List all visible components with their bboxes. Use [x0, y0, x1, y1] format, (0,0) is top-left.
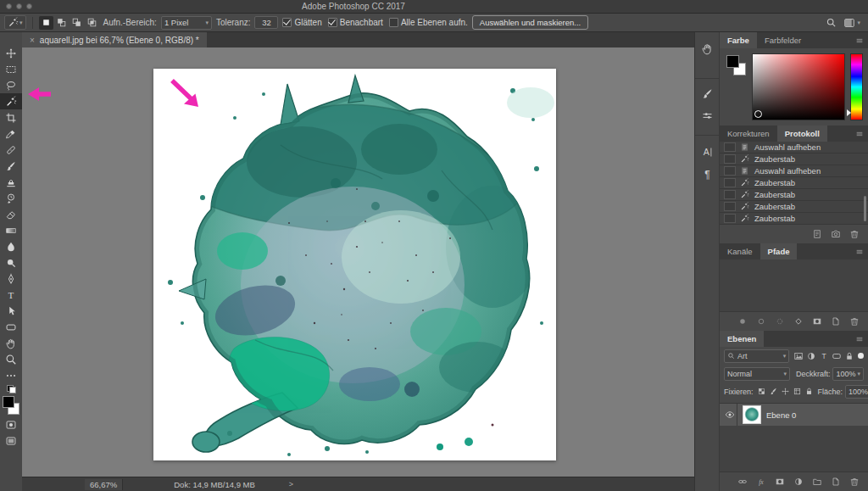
- layer-filter-dropdown[interactable]: Art ▾: [724, 349, 789, 363]
- select-and-mask-button[interactable]: Auswählen und maskieren...: [472, 15, 588, 30]
- circle-dashed-button[interactable]: [774, 316, 785, 327]
- gradient-tool[interactable]: [0, 222, 22, 238]
- path-selection-tool[interactable]: [0, 303, 22, 319]
- layer-thumbnail[interactable]: [743, 405, 761, 424]
- filter-toggle-pin[interactable]: [858, 353, 864, 359]
- tolerance-input[interactable]: 32: [254, 16, 278, 29]
- shape-filter-button[interactable]: [830, 349, 843, 362]
- zoom-window-button[interactable]: [26, 3, 32, 9]
- hand-tool[interactable]: [0, 335, 22, 351]
- subtract-from-selection-button[interactable]: [70, 16, 84, 30]
- intersect-selection-button[interactable]: [85, 16, 99, 30]
- new-item-button[interactable]: [830, 477, 841, 488]
- tab-ebenen[interactable]: Ebenen: [720, 331, 764, 347]
- workspace-switcher[interactable]: ▾: [843, 17, 860, 29]
- image-filter-button[interactable]: [792, 349, 804, 362]
- adjustment-filter-button[interactable]: [804, 349, 817, 362]
- history-snapshot-box[interactable]: [724, 202, 736, 211]
- history-snapshot-box[interactable]: [724, 154, 736, 164]
- history-entry[interactable]: Zauberstab: [720, 153, 868, 165]
- panel-menu-icon[interactable]: [855, 130, 864, 138]
- pen-tool[interactable]: [0, 271, 22, 287]
- character-panel-icon[interactable]: A: [695, 141, 719, 163]
- lock-brush-small-button[interactable]: [768, 386, 780, 398]
- add-to-selection-button[interactable]: [54, 16, 69, 30]
- clone-stamp-tool[interactable]: [0, 174, 22, 190]
- lock-lock-button[interactable]: [804, 386, 815, 398]
- blur-tool[interactable]: [0, 238, 22, 254]
- screen-mode-button[interactable]: [0, 432, 22, 449]
- layer-visibility-toggle[interactable]: [723, 404, 737, 426]
- history-entry[interactable]: Auswahl aufheben: [720, 142, 868, 153]
- zoom-level-field[interactable]: 66,67%: [85, 479, 123, 490]
- move-tool[interactable]: [0, 45, 22, 61]
- history-snapshot-box[interactable]: [724, 166, 736, 176]
- mask-button[interactable]: [811, 316, 822, 327]
- crop-tool[interactable]: [0, 109, 22, 126]
- history-snapshot-box[interactable]: [724, 142, 736, 152]
- trash-button[interactable]: [849, 316, 860, 327]
- eyedropper-tool[interactable]: [0, 126, 22, 142]
- folder-button[interactable]: [811, 477, 822, 488]
- hue-slider[interactable]: [850, 53, 863, 120]
- tab-pfade[interactable]: Pfade: [760, 243, 798, 259]
- close-window-button[interactable]: [6, 3, 12, 9]
- canvas-workspace[interactable]: [22, 47, 695, 477]
- link-button[interactable]: [737, 477, 748, 488]
- new-item-button[interactable]: [830, 316, 841, 327]
- lasso-tool[interactable]: [0, 77, 22, 93]
- history-entry[interactable]: Zauberstab: [720, 177, 868, 189]
- healing-brush-tool[interactable]: [0, 142, 22, 158]
- history-scrollbar[interactable]: [864, 196, 866, 221]
- minimize-window-button[interactable]: [16, 3, 22, 9]
- circle-filled-button[interactable]: [737, 316, 748, 327]
- tab-farbfelder[interactable]: Farbfelder: [757, 32, 809, 48]
- search-icon[interactable]: [826, 17, 837, 28]
- type-letter-filter-button[interactable]: T: [817, 349, 830, 362]
- foreground-background-colors[interactable]: [2, 396, 20, 415]
- camera-button[interactable]: [830, 229, 841, 240]
- history-entry[interactable]: Zauberstab: [720, 201, 868, 213]
- edit-toolbar[interactable]: [0, 367, 22, 383]
- quick-mask-button[interactable]: [0, 416, 22, 432]
- close-tab-icon[interactable]: ×: [30, 36, 35, 45]
- checkbox-gl-tten[interactable]: Glätten: [282, 18, 321, 27]
- zoom-tool[interactable]: [0, 351, 22, 367]
- history-snapshot-box[interactable]: [724, 214, 736, 223]
- new-selection-button[interactable]: [39, 16, 53, 30]
- checkbox-box[interactable]: [328, 18, 337, 27]
- lock-filter-button[interactable]: [843, 349, 855, 362]
- tab-korrekturen[interactable]: Korrekturen: [720, 126, 777, 142]
- checkbox-benachbart[interactable]: Benachbart: [328, 18, 383, 27]
- lock-frame-button[interactable]: [792, 386, 804, 398]
- type-tool[interactable]: T: [0, 287, 22, 303]
- diamond-button[interactable]: [793, 316, 804, 327]
- panel-menu-icon[interactable]: [855, 335, 864, 343]
- dodge-tool[interactable]: [0, 254, 22, 271]
- tab-protokoll[interactable]: Protokoll: [777, 126, 827, 142]
- canvas[interactable]: [153, 69, 556, 460]
- fx-button[interactable]: fx: [755, 477, 766, 488]
- magic-wand-tool[interactable]: [0, 93, 22, 109]
- history-brush-tool[interactable]: [0, 190, 22, 206]
- paragraph-panel-icon[interactable]: ¶: [695, 163, 719, 185]
- history-snapshot-box[interactable]: [724, 178, 736, 187]
- trash-button[interactable]: [849, 229, 860, 240]
- checkbox-box[interactable]: [282, 18, 292, 27]
- hue-slider-marker[interactable]: [847, 109, 851, 116]
- saturation-brightness-field[interactable]: [752, 53, 845, 120]
- fill-dropdown[interactable]: 100% ▾: [845, 385, 868, 399]
- history-entry[interactable]: Zauberstab: [720, 189, 868, 201]
- adjustment-button[interactable]: [793, 477, 804, 488]
- sample-size-dropdown[interactable]: 1 Pixel ▾: [161, 16, 212, 30]
- brush-presets-panel-icon[interactable]: [695, 82, 719, 104]
- status-menu-chevron-icon[interactable]: >: [289, 480, 293, 488]
- foreground-color-swatch[interactable]: [3, 396, 14, 408]
- checkbox-alle-ebenen-aufn-[interactable]: Alle Ebenen aufn.: [389, 18, 468, 27]
- color-chips[interactable]: [726, 53, 747, 120]
- history-entry[interactable]: Zauberstab: [720, 213, 868, 225]
- tab-farbe[interactable]: Farbe: [720, 32, 757, 48]
- history-entry[interactable]: Auswahl aufheben: [720, 165, 868, 177]
- panel-menu-icon[interactable]: [855, 248, 864, 256]
- brush-tool[interactable]: [0, 158, 22, 174]
